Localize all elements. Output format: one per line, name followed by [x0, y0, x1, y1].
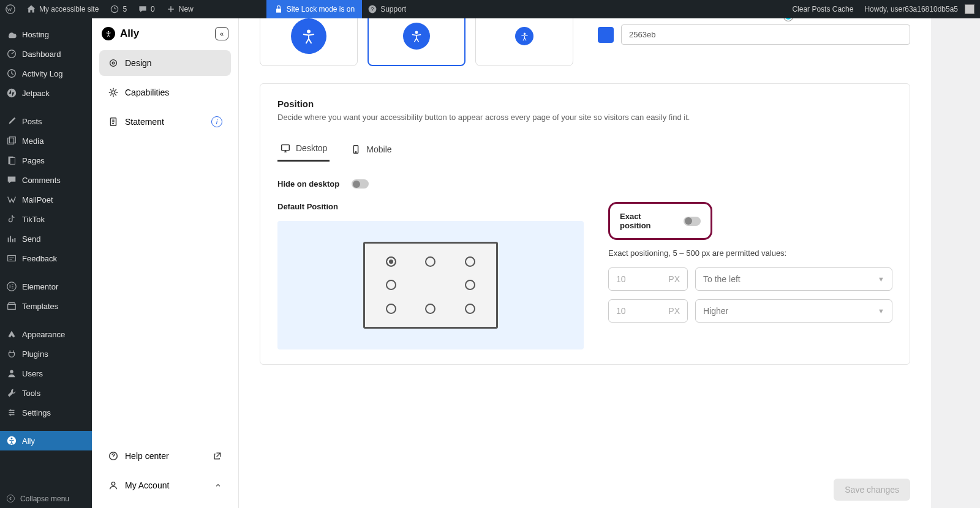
updates-count: 5	[123, 5, 127, 13]
chevron-down-icon: ▼	[878, 307, 884, 315]
pos-bot-center[interactable]	[425, 304, 435, 314]
svg-point-32	[356, 151, 356, 152]
svg-point-23	[111, 91, 115, 94]
pos-bot-left[interactable]	[386, 304, 396, 314]
menu-tools[interactable]: Tools	[0, 383, 92, 403]
menu-elementor[interactable]: Elementor	[0, 277, 92, 296]
hue-slider-thumb[interactable]	[784, 18, 793, 21]
svg-point-20	[108, 31, 109, 32]
site-name-link[interactable]: My accessible site	[21, 0, 104, 18]
external-link-icon	[213, 450, 222, 461]
chevron-down-icon: ▼	[878, 275, 884, 283]
exact-position-toggle[interactable]	[684, 217, 701, 226]
new-link[interactable]: New	[160, 0, 199, 18]
menu-users[interactable]: Users	[0, 364, 92, 383]
nav-statement[interactable]: Statementi	[99, 109, 231, 135]
svg-rect-11	[8, 256, 16, 261]
comments-count: 0	[151, 5, 155, 13]
position-preview	[277, 221, 584, 349]
menu-mailpoet[interactable]: MailPoet	[0, 190, 92, 209]
menu-plugins[interactable]: Plugins	[0, 344, 92, 364]
exact-position-highlight: Exact position	[608, 202, 712, 240]
svg-point-15	[12, 412, 14, 414]
vertical-offset-input[interactable]: 10PX	[608, 299, 688, 323]
nav-capabilities[interactable]: Capabilities	[99, 80, 231, 105]
svg-point-21	[110, 60, 117, 67]
vertical-direction-select[interactable]: Higher▼	[695, 299, 892, 323]
menu-templates[interactable]: Templates	[0, 296, 92, 316]
comments-link[interactable]: 0	[132, 0, 160, 18]
pos-top-left[interactable]	[386, 256, 396, 267]
size-option-small[interactable]	[475, 18, 573, 66]
hide-desktop-label: Hide on desktop	[277, 179, 339, 189]
menu-pages[interactable]: Pages	[0, 151, 92, 170]
menu-media[interactable]: Media	[0, 131, 92, 151]
menu-activity-log[interactable]: Activity Log	[0, 64, 92, 83]
size-option-large[interactable]	[260, 18, 358, 66]
menu-tiktok[interactable]: TikTok	[0, 209, 92, 229]
menu-send[interactable]: Send	[0, 229, 92, 248]
position-desc: Decide where you want your accessibility…	[277, 113, 892, 122]
svg-rect-1	[276, 9, 281, 12]
support-text: Support	[380, 5, 406, 13]
pos-mid-left[interactable]	[386, 280, 396, 290]
svg-point-14	[10, 409, 12, 411]
horizontal-offset-input[interactable]: 10PX	[608, 267, 688, 291]
menu-appearance[interactable]: Appearance	[0, 324, 92, 344]
svg-point-13	[10, 370, 13, 373]
wp-logo[interactable]	[0, 0, 21, 18]
svg-point-6	[7, 89, 16, 97]
pos-top-right[interactable]	[465, 256, 475, 267]
color-swatch[interactable]	[598, 27, 614, 43]
site-name-text: My accessible site	[39, 5, 99, 13]
svg-point-0	[6, 5, 15, 13]
nav-my-account[interactable]: My Account	[99, 473, 231, 498]
nav-design[interactable]: Design	[99, 50, 231, 76]
menu-jetpack[interactable]: Jetpack	[0, 83, 92, 103]
hide-desktop-toggle[interactable]	[352, 179, 369, 189]
svg-rect-10	[10, 158, 15, 165]
clear-cache-link[interactable]: Clear Posts Cache	[786, 0, 859, 18]
color-hex-input[interactable]	[621, 24, 910, 45]
ally-title: Ally	[120, 28, 139, 40]
svg-point-19	[7, 495, 15, 502]
svg-text:?: ?	[371, 6, 374, 12]
save-button[interactable]: Save changes	[834, 479, 910, 501]
howdy-text: Howdy, user63a16810db5a5	[864, 5, 958, 13]
site-lock-notice[interactable]: Site Lock mode is on	[266, 0, 362, 18]
menu-settings[interactable]: Settings	[0, 403, 92, 422]
new-text: New	[179, 5, 194, 13]
collapse-panel-button[interactable]: «	[215, 27, 228, 40]
menu-feedback[interactable]: Feedback	[0, 248, 92, 268]
nav-help-center[interactable]: Help center	[99, 443, 231, 469]
default-position-label: Default Position	[277, 202, 584, 211]
info-icon[interactable]: i	[211, 116, 222, 127]
svg-point-16	[10, 414, 12, 416]
exact-position-label: Exact position	[620, 212, 671, 230]
svg-point-18	[11, 438, 13, 439]
svg-point-26	[111, 482, 115, 485]
menu-dashboard[interactable]: Dashboard	[0, 44, 92, 64]
menu-posts[interactable]: Posts	[0, 111, 92, 131]
howdy-link[interactable]: Howdy, user63a16810db5a5	[859, 0, 980, 18]
menu-comments[interactable]: Comments	[0, 170, 92, 190]
pos-top-center[interactable]	[425, 256, 435, 267]
menu-hosting[interactable]: Hosting	[0, 24, 92, 44]
svg-point-28	[415, 31, 418, 34]
svg-point-29	[523, 32, 525, 34]
collapse-menu[interactable]: Collapse menu	[0, 489, 92, 508]
ally-logo: Ally	[102, 27, 139, 40]
menu-ally[interactable]: Ally	[0, 431, 92, 450]
support-link[interactable]: ?Support	[362, 0, 412, 18]
avatar	[965, 4, 974, 14]
exact-note: Exact positioning, 5 – 500 px are permit…	[608, 248, 892, 258]
svg-rect-30	[282, 145, 290, 151]
chevron-up-icon	[214, 480, 222, 491]
size-option-medium[interactable]	[368, 18, 466, 66]
tab-mobile[interactable]: Mobile	[348, 136, 394, 162]
pos-mid-right[interactable]	[465, 280, 475, 290]
pos-bot-right[interactable]	[465, 304, 475, 314]
tab-desktop[interactable]: Desktop	[277, 136, 330, 162]
horizontal-direction-select[interactable]: To the left▼	[695, 267, 892, 291]
updates-link[interactable]: 5	[104, 0, 132, 18]
